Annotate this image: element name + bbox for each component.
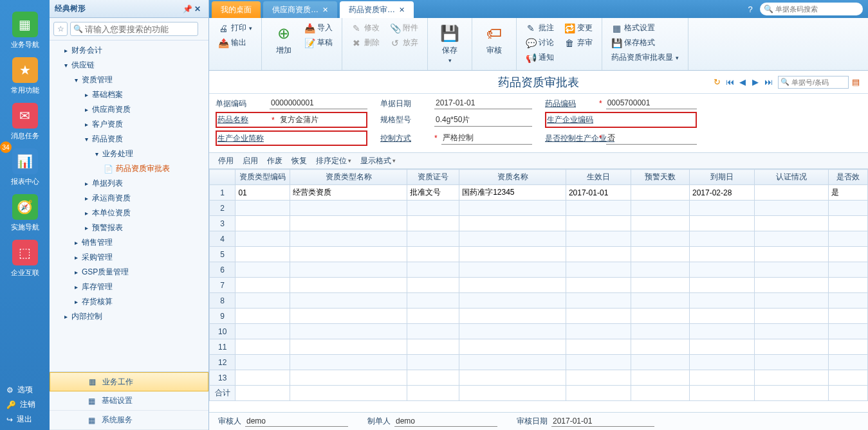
cell[interactable] [290,262,407,278]
ctrl-mfr-label[interactable]: 是否控制生产企业… [545,133,595,144]
table-row[interactable]: 101经营类资质批准文号国药准字123452017-01-012017-02-2… [210,185,868,201]
cell[interactable] [566,309,631,324]
cell[interactable] [290,293,407,309]
cell[interactable] [290,278,407,293]
cell[interactable] [631,216,690,231]
cell[interactable] [290,309,407,324]
table-row[interactable]: 2 [210,201,868,216]
delete-button[interactable]: ✖删除 [347,35,383,50]
cell[interactable] [235,231,290,247]
mfr-name-label[interactable]: 生产企业简称 [217,133,268,144]
drug-code-label[interactable]: 药品编码 [545,98,595,109]
cell[interactable] [829,278,868,293]
ctrl-label[interactable]: 控制方式 [380,133,430,144]
cell[interactable] [459,247,566,262]
cell[interactable] [755,309,829,324]
cell[interactable] [459,201,566,216]
drug-code-value[interactable]: 0005700001 [606,98,697,109]
cell[interactable] [689,324,754,339]
tree-node[interactable]: ▸供应商资质 [50,102,208,117]
cell[interactable] [407,309,459,324]
discard-button[interactable]: 🗑弃审 [560,35,596,50]
tree-node[interactable]: ▸预警报表 [50,220,208,235]
tree-node[interactable]: ▸采购管理 [50,250,208,265]
cell[interactable] [755,293,829,309]
cell[interactable] [407,262,459,278]
cell[interactable] [631,278,690,293]
cell[interactable] [407,355,459,370]
tab[interactable]: 药品资质审…✕ [340,1,414,18]
table-row[interactable]: 6 [210,262,868,278]
cell[interactable] [829,355,868,370]
cell[interactable] [235,278,290,293]
change-button[interactable]: 🔁变更 [560,21,596,35]
prev-icon[interactable]: ◀ [737,76,748,88]
cell[interactable] [407,339,459,355]
tree-node[interactable]: ▸本单位资质 [50,206,208,220]
cell[interactable] [829,216,868,231]
cell[interactable] [290,247,407,262]
cell[interactable]: 2017-02-28 [689,185,754,201]
vnav-item[interactable]: ⬚企业互联 [6,237,44,283]
cell[interactable] [566,201,631,216]
column-header[interactable]: 认证情况 [755,170,829,185]
cell[interactable] [631,247,690,262]
tree-bottom-tab[interactable]: ▦基础设置 [50,391,208,411]
cell[interactable] [566,231,631,247]
cell[interactable] [290,370,407,386]
cell[interactable] [689,309,754,324]
cell[interactable] [459,231,566,247]
cell[interactable] [566,324,631,339]
cell[interactable]: 批准文号 [407,185,459,201]
cell[interactable] [235,201,290,216]
tree-node[interactable]: ▸单据列表 [50,176,208,191]
spec-value[interactable]: 0.4g*50片 [434,114,532,127]
tree-node[interactable]: ▸销售管理 [50,235,208,250]
cell[interactable] [829,231,868,247]
cell[interactable] [566,262,631,278]
cell[interactable] [829,370,868,386]
mfr-code-label[interactable]: 生产企业编码 [547,114,597,125]
cell[interactable] [689,355,754,370]
tab[interactable]: 供应商资质…✕ [263,1,337,18]
reviewer-value[interactable]: demo [245,416,348,427]
format-button[interactable]: ▦格式设置 [607,21,683,35]
drug-name-label[interactable]: 药品名称 [217,114,268,125]
cell[interactable] [631,262,690,278]
tree-node[interactable]: ▸客户资质 [50,117,208,132]
cell[interactable] [689,247,754,262]
ctrl-mfr-value[interactable]: 否 [606,132,697,145]
cell[interactable] [459,309,566,324]
cell[interactable] [689,262,754,278]
tree-node[interactable]: ▸存货核算 [50,294,208,309]
action-item[interactable]: 停用 [218,156,234,166]
pin-icon[interactable]: 📌 [183,4,192,13]
action-item[interactable]: 排序定位▾ [316,156,351,166]
cell[interactable] [566,293,631,309]
column-header[interactable]: 预警天数 [631,170,690,185]
cell[interactable] [566,247,631,262]
draft-button[interactable]: 📝草稿 [300,35,337,50]
refresh-icon[interactable]: ↻ [711,76,723,88]
cell[interactable] [290,324,407,339]
table-row[interactable]: 4 [210,231,868,247]
table-row[interactable]: 12 [210,355,868,370]
cell[interactable] [235,262,290,278]
tree-bottom-tab[interactable]: ▦系统服务 [50,411,208,430]
cell[interactable] [829,262,868,278]
cell[interactable] [459,278,566,293]
cell[interactable]: 国药准字12345 [459,185,566,201]
cell[interactable] [631,339,690,355]
notify-button[interactable]: 📢通知 [522,50,558,65]
export-button[interactable]: 📤输出 [214,35,256,50]
cell[interactable] [235,216,290,231]
cell[interactable] [755,324,829,339]
tree-node[interactable]: ▸财务会计 [50,43,208,58]
tree-node[interactable]: ▾药品资质 [50,132,208,147]
cell[interactable] [407,324,459,339]
column-header[interactable]: 资质类型名称 [290,170,407,185]
vnav-item[interactable]: 🧭实施导航 [6,192,44,237]
tree-node[interactable]: 📄药品资质审批表 [50,161,208,176]
table-row[interactable]: 5 [210,247,868,262]
table-row[interactable]: 10 [210,324,868,339]
